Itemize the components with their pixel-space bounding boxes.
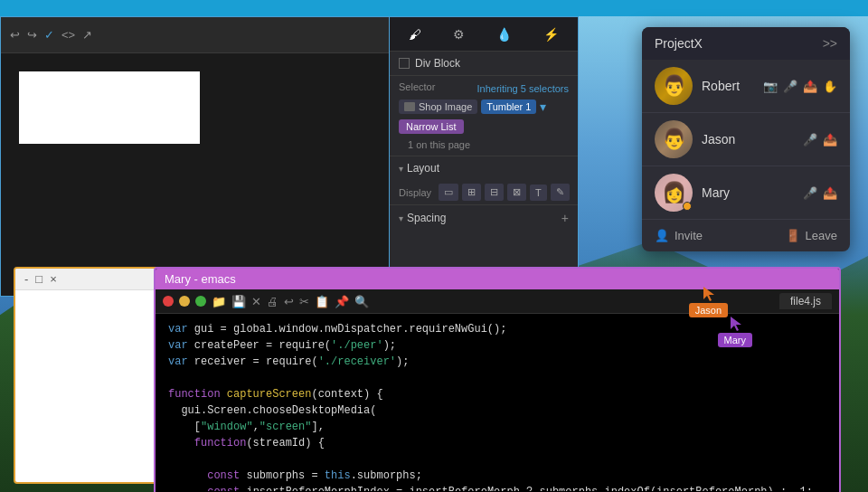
layout-text-btn[interactable]: T [530,184,547,201]
share-icon-robert[interactable]: 📤 [803,80,817,93]
brush-icon[interactable]: 🖌 [409,27,421,42]
emacs-maximize-button[interactable] [195,296,206,307]
layout-inline-btn[interactable]: ⊠ [507,184,526,201]
emacs-undo-icon[interactable]: ↩ [284,295,294,308]
undo-icon[interactable]: ↩ [10,28,20,42]
properties-panel: 🖌 ⚙ 💧 ⚡ Div Block Selector Inheriting 5 … [389,16,579,297]
div-block-label: Div Block [415,57,460,70]
code-icon[interactable]: <> [61,28,75,42]
emacs-folder-icon[interactable]: 📁 [212,295,226,308]
code-line-9 [168,451,826,468]
avatar-mary: 👩 [655,174,693,212]
mic-icon-robert[interactable]: 🎤 [783,80,797,93]
emacs-save-icon[interactable]: 💾 [231,295,246,308]
share-icon-jason[interactable]: 📤 [823,133,837,147]
mic-icon-jason[interactable]: 🎤 [803,133,817,147]
code-line-7: ["window","screen"], [168,419,826,435]
props-toolbar: 🖌 ⚙ 💧 ⚡ [390,17,578,52]
leave-label: Leave [806,229,837,242]
invite-button[interactable]: 👤 Invite [655,229,703,242]
layout-flex-btn[interactable]: ⊞ [462,184,481,201]
spacing-section-header[interactable]: ▾ Spacing + [390,204,578,231]
share-icon[interactable]: ↗ [82,28,92,42]
emacs-close-button[interactable] [163,296,174,307]
div-block-checkbox[interactable] [399,58,410,69]
div-block-row: Div Block [390,52,578,76]
selector-tag-dropdown[interactable]: ▾ [540,99,546,114]
emacs-title: Mary - emacs [165,272,236,286]
emacs-minimize-button[interactable] [179,296,190,307]
jason-cursor-arrow [702,285,714,303]
mary-presence-dot [683,202,692,211]
user-name-jason: Jason [702,132,794,147]
selector-tags: Shop Image Tumbler 1 ▾ [399,99,569,114]
redo-icon[interactable]: ↪ [27,28,37,42]
spacing-plus-icon[interactable]: + [561,211,569,225]
emacs-print-icon[interactable]: 🖨 [267,295,278,308]
user-row-mary: 👩 Mary 🎤 📤 [642,166,850,220]
white-titlebar: - □ × [15,269,170,290]
layout-section-header[interactable]: ▾ Layout [390,156,578,180]
narrow-list-label: Narrow List [406,121,457,132]
projectx-header: ProjectX >> [642,27,850,60]
mic-off-icon-mary[interactable]: 🎤 [803,186,817,200]
code-line-3: var receiver = require('./receiver'); [168,354,826,370]
projectx-panel: ProjectX >> 👨 Robert 📷 🎤 📤 ✋ 👨 Jason 🎤 📤… [642,27,850,251]
white-content [15,290,170,308]
cursor-mary: Mary [718,315,752,347]
code-line-8: function(streamId) { [168,435,826,451]
spacing-chevron: ▾ [399,213,403,223]
svg-marker-1 [731,317,741,331]
emacs-close-icon[interactable]: ✕ [251,295,261,308]
invite-icon: 👤 [655,229,669,242]
code-line-6: gui.Screen.chooseDesktopMedia( [168,402,826,419]
layout-custom-btn[interactable]: ✎ [551,184,570,201]
close-button[interactable]: × [50,272,57,286]
hand-off-icon[interactable]: ✋ [823,80,837,93]
projectx-footer: 👤 Invite 🚪 Leave [642,220,850,251]
layout-block-btn[interactable]: ▭ [439,184,458,201]
share-icon-mary[interactable]: 📤 [823,186,837,200]
selector-tag-shop-image[interactable]: Shop Image [399,99,477,114]
user-icons-robert: 📷 🎤 📤 ✋ [763,80,837,93]
svg-marker-0 [703,287,714,301]
code-line-10: const submorphs = this.submorphs; [168,468,826,484]
emacs-toolbar: 📁 💾 ✕ 🖨 ↩ ✂ 📋 📌 🔍 file4.js [156,289,839,314]
layout-controls: Display ▭ ⊞ ⊟ ⊠ T ✎ [390,180,578,204]
on-this-page: 1 on this page [399,137,569,152]
mary-cursor-arrow [729,315,741,333]
white-title-buttons: - □ × [24,272,57,286]
editor-canvas [19,71,200,144]
selector-tag-tumbler[interactable]: Tumbler 1 [481,99,536,114]
layout-grid-btn[interactable]: ⊟ [485,184,504,201]
drops-icon[interactable]: 💧 [496,27,512,42]
check-icon[interactable]: ✓ [44,28,54,42]
emacs-paste-icon[interactable]: 📌 [335,295,349,308]
code-line-5: function captureScreen(context) { [168,386,826,402]
lightning-icon[interactable]: ⚡ [543,27,559,42]
maximize-button[interactable]: □ [35,272,42,286]
user-icons-jason: 🎤 📤 [803,133,837,147]
leave-button[interactable]: 🚪 Leave [786,229,837,242]
mary-cursor-label: Mary [718,333,752,347]
top-bar [0,0,868,16]
user-name-mary: Mary [702,185,794,200]
user-row-robert: 👨 Robert 📷 🎤 📤 ✋ [642,60,850,113]
code-line-11: const insertBeforeMorphIndex = insertBef… [168,484,826,491]
settings-icon[interactable]: ⚙ [453,27,465,42]
camera-off-icon[interactable]: 📷 [763,80,778,93]
selector-inheriting: Inheriting 5 selectors [476,83,569,94]
tag-shop-image-label: Shop Image [419,101,472,112]
emacs-cut-icon[interactable]: ✂ [299,295,309,308]
emacs-tab-label: file4.js [790,295,821,308]
emacs-search-icon[interactable]: 🔍 [354,295,369,308]
white-window: - □ × [14,267,172,484]
emacs-file-tab[interactable]: file4.js [779,293,832,309]
tag-tumbler-label: Tumbler 1 [486,101,531,112]
emacs-copy-icon[interactable]: 📋 [315,295,329,308]
narrow-list-tag[interactable]: Narrow List [399,119,464,134]
projectx-expand-button[interactable]: >> [823,36,837,51]
minimize-button[interactable]: - [24,272,28,286]
cursor-jason: Jason [689,285,728,317]
selector-section: Selector Inheriting 5 selectors Shop Ima… [390,76,578,156]
